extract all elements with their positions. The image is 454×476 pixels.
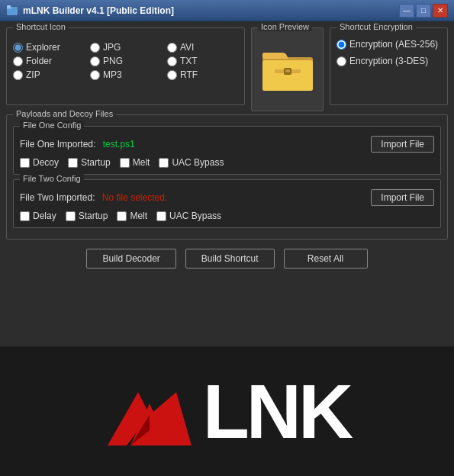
radio-jpg[interactable]: JPG [90, 42, 161, 53]
payloads-group: Payloads and Decoy Files File One Config… [6, 114, 448, 240]
file-two-imported-label: File Two Imported: [20, 192, 95, 203]
encryption-label: Shortcut Encryption [336, 22, 416, 31]
encryption-3des-label: Encryption (3-DES) [349, 56, 428, 66]
file-two-imported-value: No file selected. [102, 192, 167, 203]
checkbox-delay-label: Delay [33, 211, 56, 221]
lnk-text: LNK [203, 373, 351, 449]
file-one-checkboxes: Decoy Startup Melt UAC Bypass [20, 157, 434, 168]
file-one-imported-info: File One Imported: test.ps1 [20, 139, 135, 150]
checkbox-decoy[interactable]: Decoy [20, 157, 59, 168]
encryption-aes256-label: Encryption (AES-256) [349, 39, 438, 50]
shortcut-icon-label: Shortcut Icon [13, 22, 69, 31]
minimize-button[interactable]: — [399, 4, 414, 18]
logo-container: LNK [104, 365, 351, 457]
checkbox-uac1[interactable]: UAC Bypass [159, 157, 224, 168]
radio-mp3-label: MP3 [103, 69, 122, 80]
logo-section: LNK [0, 346, 454, 476]
checkbox-delay[interactable]: Delay [20, 211, 56, 221]
file-one-import-button[interactable]: Import File [371, 136, 434, 153]
checkbox-melt2[interactable]: Melt [117, 211, 147, 221]
radio-explorer-label: Explorer [26, 42, 60, 53]
encryption-group: Shortcut Encryption Encryption (AES-256)… [330, 27, 448, 105]
radio-folder-label: Folder [26, 56, 52, 66]
radio-folder[interactable]: Folder [13, 56, 84, 66]
icon-preview-box: Icon Preview [251, 27, 324, 111]
title-buttons: — □ ✕ [399, 4, 448, 18]
radio-rtf-label: RTF [180, 69, 198, 80]
checkbox-decoy-label: Decoy [33, 157, 59, 168]
title-bar-left: mLNK Builder v4.1 [Public Edition] [6, 5, 174, 17]
top-row: Shortcut Icon Explorer JPG AVI Folder [6, 27, 448, 111]
file-one-imported-row: File One Imported: test.ps1 Import File [20, 136, 434, 153]
svg-rect-4 [262, 60, 313, 91]
build-decoder-button[interactable]: Build Decoder [86, 249, 175, 269]
radio-zip[interactable]: ZIP [13, 69, 84, 80]
main-content: Shortcut Icon Explorer JPG AVI Folder [0, 21, 454, 346]
folder-icon-container [261, 47, 314, 92]
file-two-group: File Two Config File Two Imported: No fi… [13, 179, 441, 228]
encryption-aes256[interactable]: Encryption (AES-256) [336, 39, 441, 50]
radio-rtf[interactable]: RTF [167, 69, 238, 80]
title-text: mLNK Builder v4.1 [Public Edition] [23, 5, 174, 16]
maximize-button[interactable]: □ [416, 4, 431, 18]
checkbox-melt1[interactable]: Melt [120, 157, 150, 168]
action-row: Build Decoder Build Shortcut Reset All [6, 246, 448, 272]
svg-rect-7 [285, 69, 290, 72]
checkbox-startup1-label: Startup [81, 157, 111, 168]
radio-mp3[interactable]: MP3 [90, 69, 161, 80]
radio-explorer[interactable]: Explorer [13, 42, 84, 53]
radio-jpg-label: JPG [103, 42, 121, 53]
file-two-checkboxes: Delay Startup Melt UAC Bypass [20, 211, 434, 221]
svg-marker-11 [150, 392, 192, 445]
radio-zip-label: ZIP [26, 69, 40, 80]
file-one-imported-label: File One Imported: [20, 139, 95, 150]
file-one-label: File One Config [20, 121, 84, 130]
icon-preview-inner: Icon Preview [251, 27, 324, 111]
radio-avi[interactable]: AVI [167, 42, 238, 53]
encryption-3des[interactable]: Encryption (3-DES) [336, 56, 441, 66]
m-logo-icon [104, 365, 195, 457]
build-shortcut-button[interactable]: Build Shortcut [185, 249, 275, 269]
radio-avi-label: AVI [180, 42, 194, 53]
radio-grid: Explorer JPG AVI Folder PNG [13, 42, 238, 80]
shortcut-icon-group: Shortcut Icon Explorer JPG AVI Folder [6, 27, 245, 105]
app-icon [6, 5, 18, 17]
folder-icon [261, 47, 314, 92]
file-two-label: File Two Config [20, 174, 84, 183]
checkbox-uac2-label: UAC Bypass [169, 211, 221, 221]
checkbox-melt2-label: Melt [130, 211, 147, 221]
checkbox-uac2[interactable]: UAC Bypass [156, 211, 221, 221]
file-two-imported-info: File Two Imported: No file selected. [20, 192, 167, 203]
file-one-group: File One Config File One Imported: test.… [13, 126, 441, 175]
checkbox-startup2-label: Startup [79, 211, 108, 221]
svg-rect-2 [7, 5, 11, 8]
checkbox-melt1-label: Melt [133, 157, 150, 168]
radio-png[interactable]: PNG [90, 56, 161, 66]
checkbox-startup1[interactable]: Startup [68, 157, 111, 168]
checkbox-startup2[interactable]: Startup [66, 211, 108, 221]
reset-all-button[interactable]: Reset All [284, 249, 368, 269]
checkbox-uac1-label: UAC Bypass [172, 157, 224, 168]
radio-png-label: PNG [103, 56, 123, 66]
title-bar: mLNK Builder v4.1 [Public Edition] — □ ✕ [0, 0, 454, 21]
file-two-imported-row: File Two Imported: No file selected. Imp… [20, 189, 434, 206]
close-button[interactable]: ✕ [433, 4, 448, 18]
icon-preview-label: Icon Preview [258, 22, 312, 31]
radio-txt-label: TXT [180, 56, 198, 66]
payloads-label: Payloads and Decoy Files [13, 109, 116, 118]
radio-txt[interactable]: TXT [167, 56, 238, 66]
file-two-import-button[interactable]: Import File [371, 189, 434, 206]
file-one-imported-value: test.ps1 [103, 139, 135, 150]
